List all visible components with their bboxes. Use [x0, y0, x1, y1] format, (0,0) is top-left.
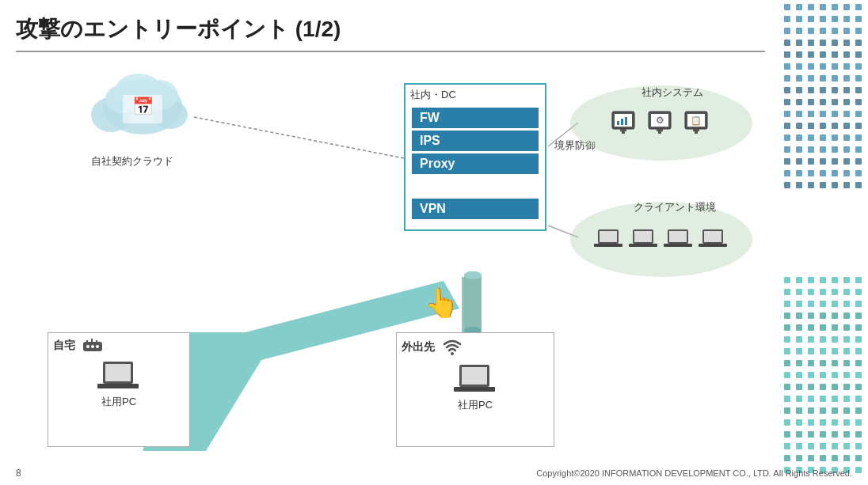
svg-rect-191	[808, 407, 814, 414]
svg-rect-18	[832, 28, 838, 34]
svg-rect-209	[855, 431, 862, 438]
svg-rect-83	[855, 135, 862, 141]
svg-point-290	[451, 352, 454, 355]
svg-rect-54	[843, 87, 850, 93]
svg-rect-164	[820, 360, 826, 366]
svg-rect-84	[784, 146, 790, 153]
svg-rect-8	[796, 16, 802, 22]
svg-rect-289	[97, 384, 139, 388]
svg-rect-36	[796, 63, 802, 70]
svg-rect-1	[796, 4, 802, 10]
svg-rect-22	[796, 40, 802, 46]
svg-rect-110	[843, 182, 850, 188]
client-env-label: クライアント環境	[634, 200, 716, 214]
svg-rect-33	[843, 51, 850, 58]
svg-rect-31	[820, 51, 826, 58]
svg-rect-160	[855, 348, 862, 354]
svg-rect-114	[808, 277, 814, 283]
svg-rect-4	[832, 4, 838, 10]
svg-rect-273	[629, 244, 657, 247]
svg-rect-44	[808, 75, 814, 81]
sotodeta-box: 外出先 社用PC	[396, 332, 554, 447]
svg-rect-47	[843, 75, 850, 81]
svg-rect-60	[832, 99, 838, 105]
svg-rect-128	[808, 301, 814, 307]
svg-rect-168	[784, 372, 790, 378]
svg-rect-61	[843, 99, 850, 105]
svg-rect-241	[462, 277, 478, 332]
svg-rect-23	[808, 40, 814, 46]
svg-rect-51	[808, 87, 814, 93]
svg-rect-253	[617, 121, 619, 125]
svg-rect-67	[832, 111, 838, 117]
svg-rect-104	[855, 170, 862, 176]
svg-rect-122	[820, 289, 826, 295]
svg-rect-167	[855, 360, 862, 366]
svg-point-233	[153, 100, 188, 129]
svg-rect-7	[784, 16, 790, 22]
svg-point-282	[91, 345, 94, 348]
proxy-bar: Proxy	[412, 153, 539, 174]
svg-rect-156	[808, 348, 814, 354]
svg-rect-148	[796, 336, 802, 343]
svg-rect-279	[699, 244, 727, 247]
svg-text:📋: 📋	[691, 115, 702, 126]
svg-rect-177	[808, 384, 814, 390]
sotodeta-pc-label: 社用PC	[458, 398, 493, 412]
svg-rect-278	[704, 231, 721, 242]
svg-rect-25	[832, 40, 838, 46]
svg-point-234	[115, 74, 162, 108]
page-title-area: 攻撃のエントリーポイント (1/2)	[16, 14, 765, 52]
center-box-title: 社内・DC	[405, 85, 545, 105]
svg-rect-126	[784, 301, 790, 307]
svg-rect-59	[820, 99, 826, 105]
svg-rect-89	[843, 146, 850, 153]
svg-rect-87	[820, 146, 826, 153]
svg-rect-216	[855, 443, 862, 449]
svg-rect-30	[808, 51, 814, 58]
svg-rect-85	[796, 146, 802, 153]
svg-rect-221	[832, 455, 838, 461]
svg-rect-284	[86, 340, 88, 343]
svg-rect-188	[855, 396, 862, 402]
svg-rect-123	[832, 289, 838, 295]
page-title: 攻撃のエントリーポイント (1/2)	[16, 14, 765, 52]
svg-rect-170	[808, 372, 814, 378]
svg-rect-116	[832, 277, 838, 283]
svg-rect-120	[796, 289, 802, 295]
svg-rect-150	[820, 336, 826, 343]
svg-rect-107	[808, 182, 814, 188]
svg-point-235	[105, 85, 140, 113]
svg-rect-98	[784, 170, 790, 176]
svg-rect-214	[832, 443, 838, 449]
svg-rect-194	[843, 407, 850, 414]
svg-rect-157	[820, 348, 826, 354]
svg-rect-96	[843, 158, 850, 165]
svg-rect-39	[832, 63, 838, 70]
svg-rect-15	[796, 28, 802, 34]
svg-rect-56	[784, 99, 790, 105]
svg-rect-180	[843, 384, 850, 390]
svg-rect-16	[808, 28, 814, 34]
svg-rect-130	[832, 301, 838, 307]
svg-rect-206	[820, 431, 826, 438]
svg-rect-100	[808, 170, 814, 176]
svg-rect-66	[820, 111, 826, 117]
svg-rect-62	[855, 99, 862, 105]
svg-rect-136	[820, 313, 826, 319]
svg-rect-9	[808, 16, 814, 22]
svg-rect-143	[820, 324, 826, 331]
svg-rect-187	[843, 396, 850, 402]
svg-rect-111	[855, 182, 862, 188]
svg-rect-158	[832, 348, 838, 354]
svg-rect-133	[784, 313, 790, 319]
jitaku-box: 自宅 社用PC	[48, 332, 190, 447]
svg-rect-118	[855, 277, 862, 283]
router-icon	[82, 338, 104, 354]
svg-rect-74	[832, 123, 838, 129]
svg-rect-178	[820, 384, 826, 390]
svg-rect-69	[855, 111, 862, 117]
svg-rect-203	[784, 431, 790, 438]
svg-rect-63	[784, 111, 790, 117]
svg-rect-155	[796, 348, 802, 354]
